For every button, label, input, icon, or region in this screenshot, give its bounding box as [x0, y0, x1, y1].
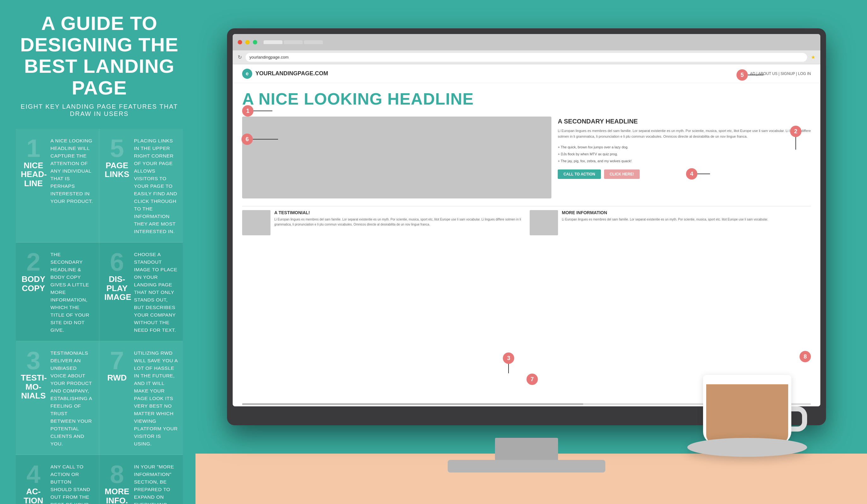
feature-desc-3: TESTIMONIALS DELIVER AN UNBIASED VOICE A… — [51, 348, 94, 448]
page-title: A GUIDE TO DESIGNING THE BEST LANDING PA… — [16, 13, 183, 99]
feature-item-1: 1 NICE HEAD-LINE A NICE LOOKING HEADLINE… — [16, 129, 99, 243]
display-image-placeholder — [242, 117, 552, 198]
feature-bg-number-8: 8 — [104, 462, 130, 487]
browser-dot-yellow — [245, 40, 250, 44]
website-bottom: A TESTIMONIAL! Li Europan lingues es mem… — [233, 210, 820, 235]
more-info-image — [529, 210, 558, 235]
feature-item-6: 6 DIS-PLAY IMAGE CHOOSE A STANDOUT IMAGE… — [99, 243, 183, 341]
monitor-stand — [495, 438, 558, 463]
scrollbar-thumb[interactable] — [242, 403, 583, 405]
more-info-body: Li Europan lingues es membres del sam fa… — [562, 217, 811, 222]
feature-number-block-7: 7 RWD — [104, 348, 130, 382]
bullet-2: DJs flock by when MTV ax quiz prog. — [558, 151, 811, 157]
body-copy-text: Li Europan lingues es membres del sam fa… — [558, 128, 811, 139]
website-divider — [242, 206, 811, 206]
browser-dot-red — [238, 40, 242, 44]
features-grid: 1 NICE HEAD-LINE A NICE LOOKING HEADLINE… — [16, 129, 183, 504]
annotation-3: 3 — [503, 352, 514, 373]
feature-bg-number-5: 5 — [104, 136, 130, 161]
browser-bar — [233, 34, 820, 51]
feature-item-8: 8 MORE INFO. IN YOUR "MORE INFORMATION" … — [99, 455, 183, 504]
feature-bg-number-4: 4 — [21, 462, 46, 487]
monitor-base — [448, 460, 605, 472]
testimonial-body: Li Europan lingues es membres del sam fa… — [274, 217, 523, 227]
site-logo-area: e YOURLANDINGPAGE.COM — [242, 69, 328, 79]
address-bar-input[interactable]: yourlandingpage.com — [246, 53, 807, 62]
testimonial-heading: A TESTIMONIAL! — [274, 210, 523, 215]
feature-item-7: 7 RWD UTILIZING RWD WILL SAVE YOU A LOT … — [99, 341, 183, 455]
feature-number-block-5: 5 PAGE LINKS — [104, 136, 130, 179]
feature-keyword-1: NICE HEAD-LINE — [21, 161, 46, 188]
feature-item-4: 4 AC-TION ANY CALL TO ACTION OR BUTTON S… — [16, 455, 99, 504]
badge-3: 3 — [503, 352, 514, 364]
website-body: A SECONDARY HEADLINE Li Europan lingues … — [233, 117, 820, 202]
coffee-area: ~ — [637, 343, 826, 476]
browser-tabs — [264, 40, 323, 44]
feature-keyword-3: TESTI-MO-NIALS — [21, 373, 46, 401]
testimonial-image — [242, 210, 270, 235]
feature-item-3: 3 TESTI-MO-NIALS TESTIMONIALS DELIVER AN… — [16, 341, 99, 455]
website-right-col: A SECONDARY HEADLINE Li Europan lingues … — [558, 117, 811, 202]
feature-number-block-6: 6 DIS-PLAY IMAGE — [104, 250, 130, 302]
hero-headline: A NICE LOOKING HEADLINE — [242, 89, 811, 108]
site-nav: AD | ABOUT US | SIGNUP | LOG IN — [750, 72, 811, 76]
click-here-button[interactable]: CLICK HERE! — [604, 169, 640, 179]
feature-keyword-8: MORE INFO. — [104, 487, 130, 504]
address-url: yourlandingpage.com — [249, 55, 288, 59]
coffee-cup-body — [703, 375, 791, 444]
cta-button[interactable]: CALL TO ACTION — [558, 169, 601, 179]
annotation-7: 7 — [526, 374, 538, 385]
website-header: e YOURLANDINGPAGE.COM AD | ABOUT US | SI… — [233, 64, 820, 83]
monitor-container: ↻ yourlandingpage.com ★ e YOURLANDINGPAG… — [227, 28, 826, 476]
site-domain: YOURLANDINGPAGE.COM — [255, 70, 328, 77]
feature-keyword-7: RWD — [104, 373, 130, 382]
feature-desc-4: ANY CALL TO ACTION OR BUTTON SHOULD STAN… — [51, 462, 94, 504]
feature-item-5: 5 PAGE LINKS PLACING LINKS IN THE UPPER … — [99, 129, 183, 243]
bullet-3: The jay, pig, fox, zebra, and my wolves … — [558, 157, 811, 164]
feature-keyword-2: BODY COPY — [21, 275, 46, 293]
page-subtitle: EIGHT KEY LANDING PAGE FEATURES THAT DRA… — [16, 103, 183, 118]
feature-keyword-4: AC-TION — [21, 487, 46, 504]
more-info-text-area: MORE INFORMATION Li Europan lingues es m… — [562, 210, 811, 235]
feature-desc-5: PLACING LINKS IN THE UPPER RIGHT CORNER … — [134, 136, 178, 235]
steam-icon: ~ — [750, 349, 764, 372]
star-icon[interactable]: ★ — [811, 54, 815, 60]
feature-number-block-3: 3 TESTI-MO-NIALS — [21, 348, 46, 401]
site-logo-icon: e — [242, 69, 252, 79]
right-panel: ↻ yourlandingpage.com ★ e YOURLANDINGPAG… — [195, 0, 867, 504]
feature-bg-number-3: 3 — [21, 348, 46, 373]
browser-tab-1[interactable] — [264, 40, 282, 44]
website-left-col — [242, 117, 552, 202]
feature-item-2: 2 BODY COPY THE SECONDARY HEADLINE & BOD… — [16, 243, 99, 341]
feature-desc-8: IN YOUR "MORE INFORMATION" SECTION, BE P… — [134, 462, 178, 504]
testimonial-block: A TESTIMONIAL! Li Europan lingues es mem… — [242, 210, 523, 235]
site-nav-item[interactable]: AD | ABOUT US | SIGNUP | LOG IN — [750, 72, 811, 76]
coffee-liquid — [706, 384, 788, 444]
secondary-headline: A SECONDARY HEADLINE — [558, 118, 811, 125]
browser-tab-2[interactable] — [284, 40, 303, 44]
feature-bg-number-7: 7 — [104, 348, 130, 373]
feature-desc-1: A NICE LOOKING HEADLINE WILL CAPTURE THE… — [51, 136, 94, 205]
feature-number-block-1: 1 NICE HEAD-LINE — [21, 136, 46, 188]
bullet-list: The quick, brown fox jumps over a lazy d… — [558, 144, 811, 164]
feature-desc-2: THE SECONDARY HEADLINE & BODY COPY GIVES… — [51, 250, 94, 334]
bullet-1: The quick, brown fox jumps over a lazy d… — [558, 144, 811, 151]
feature-desc-6: CHOOSE A STANDOUT IMAGE TO PLACE ON YOUR… — [134, 250, 178, 334]
cta-row: CALL TO ACTION CLICK HERE! — [558, 169, 811, 179]
feature-number-block-4: 4 AC-TION — [21, 462, 46, 504]
more-info-heading: MORE INFORMATION — [562, 210, 811, 215]
left-panel: A GUIDE TO DESIGNING THE BEST LANDING PA… — [0, 0, 195, 504]
feature-bg-number-1: 1 — [21, 136, 46, 161]
testimonial-text-area: A TESTIMONIAL! Li Europan lingues es mem… — [274, 210, 523, 235]
badge-3-line — [508, 364, 509, 373]
browser-address-bar: ↻ yourlandingpage.com ★ — [233, 51, 820, 64]
more-info-block: MORE INFORMATION Li Europan lingues es m… — [529, 210, 811, 235]
feature-bg-number-6: 6 — [104, 250, 130, 275]
badge-7: 7 — [526, 374, 538, 385]
feature-keyword-5: PAGE LINKS — [104, 161, 130, 179]
feature-number-block-8: 8 MORE INFO. — [104, 462, 130, 504]
browser-tab-3[interactable] — [304, 40, 323, 44]
reload-icon[interactable]: ↻ — [238, 54, 242, 60]
coffee-saucer — [687, 438, 807, 457]
feature-keyword-6: DIS-PLAY IMAGE — [104, 275, 130, 302]
